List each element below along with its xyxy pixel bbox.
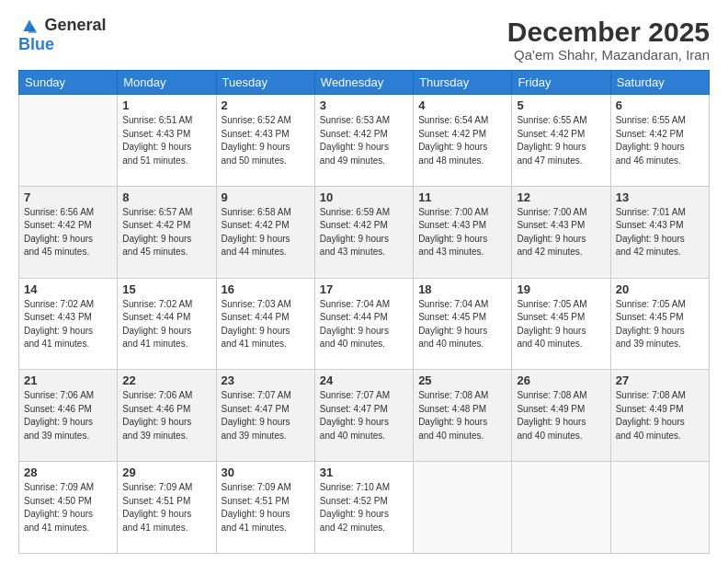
day-number: 31 (320, 465, 408, 479)
day-info: Sunrise: 7:08 AMSunset: 4:48 PMDaylight:… (418, 389, 506, 442)
day-number: 21 (24, 373, 112, 387)
calendar-day-cell: 31Sunrise: 7:10 AMSunset: 4:52 PMDayligh… (314, 462, 413, 554)
calendar-day-cell: 27Sunrise: 7:08 AMSunset: 4:49 PMDayligh… (610, 370, 709, 462)
day-number: 24 (320, 373, 408, 387)
day-info: Sunrise: 7:07 AMSunset: 4:47 PMDaylight:… (320, 389, 408, 442)
day-info: Sunrise: 7:06 AMSunset: 4:46 PMDaylight:… (24, 389, 112, 442)
day-info: Sunrise: 7:09 AMSunset: 4:50 PMDaylight:… (24, 481, 112, 534)
calendar-day-cell: 21Sunrise: 7:06 AMSunset: 4:46 PMDayligh… (19, 370, 118, 462)
calendar-day-cell: 18Sunrise: 7:04 AMSunset: 4:45 PMDayligh… (414, 278, 512, 370)
calendar-day-cell (19, 95, 118, 187)
month-title: December 2025 (507, 17, 710, 47)
calendar-body: 1Sunrise: 6:51 AMSunset: 4:43 PMDaylight… (19, 95, 710, 554)
calendar-header-cell: Wednesday (314, 71, 413, 95)
day-info: Sunrise: 6:58 AMSunset: 4:42 PMDaylight:… (222, 206, 310, 259)
day-number: 14 (24, 282, 112, 296)
day-number: 18 (418, 282, 506, 296)
subtitle: Qa'em Shahr, Mazandaran, Iran (507, 47, 710, 63)
day-number: 20 (616, 282, 704, 296)
calendar-day-cell (414, 462, 512, 554)
day-number: 28 (24, 465, 112, 479)
day-info: Sunrise: 7:04 AMSunset: 4:44 PMDaylight:… (320, 298, 408, 351)
calendar-day-cell: 19Sunrise: 7:05 AMSunset: 4:45 PMDayligh… (512, 278, 610, 370)
calendar-day-cell: 25Sunrise: 7:08 AMSunset: 4:48 PMDayligh… (414, 370, 512, 462)
day-info: Sunrise: 7:05 AMSunset: 4:45 PMDaylight:… (517, 298, 605, 351)
day-info: Sunrise: 7:00 AMSunset: 4:43 PMDaylight:… (517, 206, 605, 259)
calendar-day-cell (512, 462, 610, 554)
logo-icon (20, 17, 39, 36)
title-block: December 2025 Qa'em Shahr, Mazandaran, I… (507, 17, 710, 63)
calendar-header-row: SundayMondayTuesdayWednesdayThursdayFrid… (19, 71, 710, 95)
day-info: Sunrise: 6:59 AMSunset: 4:42 PMDaylight:… (320, 206, 408, 259)
day-number: 11 (418, 190, 506, 204)
day-info: Sunrise: 7:09 AMSunset: 4:51 PMDaylight:… (122, 481, 210, 534)
day-number: 29 (122, 465, 210, 479)
day-number: 13 (616, 190, 704, 204)
calendar-day-cell: 4Sunrise: 6:54 AMSunset: 4:42 PMDaylight… (414, 95, 512, 187)
day-number: 17 (320, 282, 408, 296)
calendar-header-cell: Saturday (610, 71, 709, 95)
day-number: 9 (222, 190, 310, 204)
day-info: Sunrise: 7:10 AMSunset: 4:52 PMDaylight:… (320, 481, 408, 534)
day-info: Sunrise: 6:57 AMSunset: 4:42 PMDaylight:… (122, 206, 210, 259)
day-number: 4 (418, 98, 506, 112)
calendar-day-cell: 14Sunrise: 7:02 AMSunset: 4:43 PMDayligh… (19, 278, 118, 370)
calendar-day-cell: 2Sunrise: 6:52 AMSunset: 4:43 PMDaylight… (216, 95, 314, 187)
calendar-day-cell: 20Sunrise: 7:05 AMSunset: 4:45 PMDayligh… (610, 278, 709, 370)
day-info: Sunrise: 7:02 AMSunset: 4:44 PMDaylight:… (122, 298, 210, 351)
calendar-day-cell: 12Sunrise: 7:00 AMSunset: 4:43 PMDayligh… (512, 186, 610, 278)
calendar-day-cell: 16Sunrise: 7:03 AMSunset: 4:44 PMDayligh… (216, 278, 314, 370)
day-number: 3 (320, 98, 408, 112)
day-number: 8 (122, 190, 210, 204)
calendar-week-row: 7Sunrise: 6:56 AMSunset: 4:42 PMDaylight… (19, 186, 710, 278)
calendar-day-cell: 6Sunrise: 6:55 AMSunset: 4:42 PMDaylight… (610, 95, 709, 187)
day-info: Sunrise: 6:54 AMSunset: 4:42 PMDaylight:… (418, 114, 506, 167)
calendar-header-cell: Sunday (19, 71, 118, 95)
calendar-day-cell: 7Sunrise: 6:56 AMSunset: 4:42 PMDaylight… (19, 186, 118, 278)
calendar-day-cell: 3Sunrise: 6:53 AMSunset: 4:42 PMDaylight… (314, 95, 413, 187)
calendar-week-row: 1Sunrise: 6:51 AMSunset: 4:43 PMDaylight… (19, 95, 710, 187)
day-number: 25 (418, 373, 506, 387)
header: General Blue December 2025 Qa'em Shahr, … (18, 17, 710, 63)
calendar-week-row: 28Sunrise: 7:09 AMSunset: 4:50 PMDayligh… (19, 462, 710, 554)
day-info: Sunrise: 6:51 AMSunset: 4:43 PMDaylight:… (122, 114, 210, 167)
calendar-day-cell (610, 462, 709, 554)
day-info: Sunrise: 6:52 AMSunset: 4:43 PMDaylight:… (222, 114, 310, 167)
calendar-day-cell: 29Sunrise: 7:09 AMSunset: 4:51 PMDayligh… (118, 462, 216, 554)
page: General Blue December 2025 Qa'em Shahr, … (0, 0, 728, 563)
day-number: 6 (616, 98, 704, 112)
day-info: Sunrise: 6:55 AMSunset: 4:42 PMDaylight:… (616, 114, 704, 167)
day-number: 7 (24, 190, 112, 204)
day-info: Sunrise: 7:08 AMSunset: 4:49 PMDaylight:… (616, 389, 704, 442)
day-number: 22 (122, 373, 210, 387)
calendar-week-row: 21Sunrise: 7:06 AMSunset: 4:46 PMDayligh… (19, 370, 710, 462)
day-info: Sunrise: 7:03 AMSunset: 4:44 PMDaylight:… (222, 298, 310, 351)
calendar-day-cell: 9Sunrise: 6:58 AMSunset: 4:42 PMDaylight… (216, 186, 314, 278)
day-info: Sunrise: 7:08 AMSunset: 4:49 PMDaylight:… (517, 389, 605, 442)
calendar-day-cell: 10Sunrise: 6:59 AMSunset: 4:42 PMDayligh… (314, 186, 413, 278)
day-number: 5 (517, 98, 605, 112)
calendar-day-cell: 1Sunrise: 6:51 AMSunset: 4:43 PMDaylight… (118, 95, 216, 187)
calendar-day-cell: 30Sunrise: 7:09 AMSunset: 4:51 PMDayligh… (216, 462, 314, 554)
day-info: Sunrise: 7:06 AMSunset: 4:46 PMDaylight:… (122, 389, 210, 442)
calendar-day-cell: 24Sunrise: 7:07 AMSunset: 4:47 PMDayligh… (314, 370, 413, 462)
day-info: Sunrise: 7:02 AMSunset: 4:43 PMDaylight:… (24, 298, 112, 351)
day-number: 15 (122, 282, 210, 296)
day-number: 10 (320, 190, 408, 204)
calendar-week-row: 14Sunrise: 7:02 AMSunset: 4:43 PMDayligh… (19, 278, 710, 370)
calendar-day-cell: 13Sunrise: 7:01 AMSunset: 4:43 PMDayligh… (610, 186, 709, 278)
day-info: Sunrise: 7:00 AMSunset: 4:43 PMDaylight:… (418, 206, 506, 259)
day-info: Sunrise: 6:53 AMSunset: 4:42 PMDaylight:… (320, 114, 408, 167)
calendar-day-cell: 28Sunrise: 7:09 AMSunset: 4:50 PMDayligh… (19, 462, 118, 554)
logo: General Blue (18, 17, 107, 54)
day-number: 26 (517, 373, 605, 387)
calendar-day-cell: 8Sunrise: 6:57 AMSunset: 4:42 PMDaylight… (118, 186, 216, 278)
day-info: Sunrise: 7:07 AMSunset: 4:47 PMDaylight:… (222, 389, 310, 442)
day-info: Sunrise: 7:04 AMSunset: 4:45 PMDaylight:… (418, 298, 506, 351)
day-info: Sunrise: 7:05 AMSunset: 4:45 PMDaylight:… (616, 298, 704, 351)
day-number: 12 (517, 190, 605, 204)
day-number: 30 (222, 465, 310, 479)
calendar-table: SundayMondayTuesdayWednesdayThursdayFrid… (18, 70, 710, 554)
day-info: Sunrise: 7:01 AMSunset: 4:43 PMDaylight:… (616, 206, 704, 259)
calendar-day-cell: 11Sunrise: 7:00 AMSunset: 4:43 PMDayligh… (414, 186, 512, 278)
